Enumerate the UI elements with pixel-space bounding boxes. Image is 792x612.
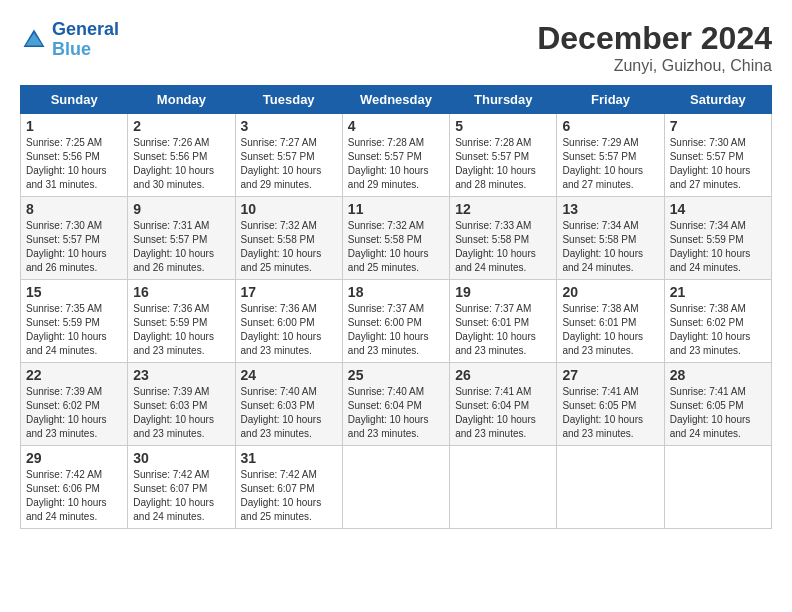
logo-icon: [20, 26, 48, 54]
calendar-week-row: 8Sunrise: 7:30 AMSunset: 5:57 PMDaylight…: [21, 197, 772, 280]
calendar-week-row: 15Sunrise: 7:35 AMSunset: 5:59 PMDayligh…: [21, 280, 772, 363]
day-info: Sunrise: 7:39 AMSunset: 6:03 PMDaylight:…: [133, 385, 229, 441]
day-number: 23: [133, 367, 229, 383]
day-info: Sunrise: 7:32 AMSunset: 5:58 PMDaylight:…: [241, 219, 337, 275]
column-header-tuesday: Tuesday: [235, 86, 342, 114]
column-header-monday: Monday: [128, 86, 235, 114]
day-info: Sunrise: 7:38 AMSunset: 6:02 PMDaylight:…: [670, 302, 766, 358]
calendar-cell: [664, 446, 771, 529]
day-info: Sunrise: 7:42 AMSunset: 6:07 PMDaylight:…: [133, 468, 229, 524]
day-number: 27: [562, 367, 658, 383]
calendar-cell: 29Sunrise: 7:42 AMSunset: 6:06 PMDayligh…: [21, 446, 128, 529]
day-number: 8: [26, 201, 122, 217]
day-number: 11: [348, 201, 444, 217]
day-number: 15: [26, 284, 122, 300]
calendar-header-row: SundayMondayTuesdayWednesdayThursdayFrid…: [21, 86, 772, 114]
calendar-table: SundayMondayTuesdayWednesdayThursdayFrid…: [20, 85, 772, 529]
calendar-cell: 9Sunrise: 7:31 AMSunset: 5:57 PMDaylight…: [128, 197, 235, 280]
calendar-cell: 8Sunrise: 7:30 AMSunset: 5:57 PMDaylight…: [21, 197, 128, 280]
column-header-wednesday: Wednesday: [342, 86, 449, 114]
column-header-saturday: Saturday: [664, 86, 771, 114]
calendar-cell: 11Sunrise: 7:32 AMSunset: 5:58 PMDayligh…: [342, 197, 449, 280]
day-info: Sunrise: 7:40 AMSunset: 6:03 PMDaylight:…: [241, 385, 337, 441]
day-info: Sunrise: 7:36 AMSunset: 5:59 PMDaylight:…: [133, 302, 229, 358]
day-info: Sunrise: 7:34 AMSunset: 5:59 PMDaylight:…: [670, 219, 766, 275]
calendar-cell: 20Sunrise: 7:38 AMSunset: 6:01 PMDayligh…: [557, 280, 664, 363]
day-info: Sunrise: 7:29 AMSunset: 5:57 PMDaylight:…: [562, 136, 658, 192]
month-title: December 2024: [537, 20, 772, 57]
calendar-cell: 18Sunrise: 7:37 AMSunset: 6:00 PMDayligh…: [342, 280, 449, 363]
day-number: 28: [670, 367, 766, 383]
day-info: Sunrise: 7:38 AMSunset: 6:01 PMDaylight:…: [562, 302, 658, 358]
calendar-cell: 17Sunrise: 7:36 AMSunset: 6:00 PMDayligh…: [235, 280, 342, 363]
calendar-cell: 25Sunrise: 7:40 AMSunset: 6:04 PMDayligh…: [342, 363, 449, 446]
day-info: Sunrise: 7:37 AMSunset: 6:01 PMDaylight:…: [455, 302, 551, 358]
calendar-cell: 22Sunrise: 7:39 AMSunset: 6:02 PMDayligh…: [21, 363, 128, 446]
calendar-cell: 6Sunrise: 7:29 AMSunset: 5:57 PMDaylight…: [557, 114, 664, 197]
day-info: Sunrise: 7:42 AMSunset: 6:07 PMDaylight:…: [241, 468, 337, 524]
calendar-cell: [342, 446, 449, 529]
day-number: 4: [348, 118, 444, 134]
calendar-cell: 27Sunrise: 7:41 AMSunset: 6:05 PMDayligh…: [557, 363, 664, 446]
day-number: 17: [241, 284, 337, 300]
day-number: 1: [26, 118, 122, 134]
calendar-cell: 7Sunrise: 7:30 AMSunset: 5:57 PMDaylight…: [664, 114, 771, 197]
day-info: Sunrise: 7:40 AMSunset: 6:04 PMDaylight:…: [348, 385, 444, 441]
day-info: Sunrise: 7:33 AMSunset: 5:58 PMDaylight:…: [455, 219, 551, 275]
day-info: Sunrise: 7:30 AMSunset: 5:57 PMDaylight:…: [26, 219, 122, 275]
day-info: Sunrise: 7:37 AMSunset: 6:00 PMDaylight:…: [348, 302, 444, 358]
logo: General Blue: [20, 20, 119, 60]
calendar-cell: 30Sunrise: 7:42 AMSunset: 6:07 PMDayligh…: [128, 446, 235, 529]
page-header: General Blue December 2024 Zunyi, Guizho…: [20, 20, 772, 75]
day-info: Sunrise: 7:28 AMSunset: 5:57 PMDaylight:…: [348, 136, 444, 192]
day-info: Sunrise: 7:35 AMSunset: 5:59 PMDaylight:…: [26, 302, 122, 358]
day-info: Sunrise: 7:36 AMSunset: 6:00 PMDaylight:…: [241, 302, 337, 358]
day-number: 6: [562, 118, 658, 134]
column-header-thursday: Thursday: [450, 86, 557, 114]
calendar-cell: 31Sunrise: 7:42 AMSunset: 6:07 PMDayligh…: [235, 446, 342, 529]
calendar-cell: 24Sunrise: 7:40 AMSunset: 6:03 PMDayligh…: [235, 363, 342, 446]
day-info: Sunrise: 7:42 AMSunset: 6:06 PMDaylight:…: [26, 468, 122, 524]
day-info: Sunrise: 7:39 AMSunset: 6:02 PMDaylight:…: [26, 385, 122, 441]
logo-text: General Blue: [52, 20, 119, 60]
day-number: 20: [562, 284, 658, 300]
column-header-sunday: Sunday: [21, 86, 128, 114]
day-info: Sunrise: 7:41 AMSunset: 6:05 PMDaylight:…: [670, 385, 766, 441]
day-number: 13: [562, 201, 658, 217]
calendar-cell: 16Sunrise: 7:36 AMSunset: 5:59 PMDayligh…: [128, 280, 235, 363]
calendar-week-row: 1Sunrise: 7:25 AMSunset: 5:56 PMDaylight…: [21, 114, 772, 197]
calendar-cell: 13Sunrise: 7:34 AMSunset: 5:58 PMDayligh…: [557, 197, 664, 280]
day-info: Sunrise: 7:25 AMSunset: 5:56 PMDaylight:…: [26, 136, 122, 192]
day-number: 24: [241, 367, 337, 383]
calendar-cell: 10Sunrise: 7:32 AMSunset: 5:58 PMDayligh…: [235, 197, 342, 280]
day-info: Sunrise: 7:28 AMSunset: 5:57 PMDaylight:…: [455, 136, 551, 192]
day-number: 21: [670, 284, 766, 300]
location: Zunyi, Guizhou, China: [537, 57, 772, 75]
day-number: 26: [455, 367, 551, 383]
day-info: Sunrise: 7:30 AMSunset: 5:57 PMDaylight:…: [670, 136, 766, 192]
day-number: 19: [455, 284, 551, 300]
day-info: Sunrise: 7:31 AMSunset: 5:57 PMDaylight:…: [133, 219, 229, 275]
calendar-cell: 23Sunrise: 7:39 AMSunset: 6:03 PMDayligh…: [128, 363, 235, 446]
day-info: Sunrise: 7:41 AMSunset: 6:05 PMDaylight:…: [562, 385, 658, 441]
day-number: 31: [241, 450, 337, 466]
day-number: 3: [241, 118, 337, 134]
calendar-cell: 26Sunrise: 7:41 AMSunset: 6:04 PMDayligh…: [450, 363, 557, 446]
day-info: Sunrise: 7:27 AMSunset: 5:57 PMDaylight:…: [241, 136, 337, 192]
calendar-week-row: 22Sunrise: 7:39 AMSunset: 6:02 PMDayligh…: [21, 363, 772, 446]
calendar-cell: 21Sunrise: 7:38 AMSunset: 6:02 PMDayligh…: [664, 280, 771, 363]
calendar-cell: 12Sunrise: 7:33 AMSunset: 5:58 PMDayligh…: [450, 197, 557, 280]
day-number: 10: [241, 201, 337, 217]
day-number: 2: [133, 118, 229, 134]
calendar-week-row: 29Sunrise: 7:42 AMSunset: 6:06 PMDayligh…: [21, 446, 772, 529]
calendar-cell: 19Sunrise: 7:37 AMSunset: 6:01 PMDayligh…: [450, 280, 557, 363]
calendar-cell: [557, 446, 664, 529]
calendar-cell: 3Sunrise: 7:27 AMSunset: 5:57 PMDaylight…: [235, 114, 342, 197]
title-block: December 2024 Zunyi, Guizhou, China: [537, 20, 772, 75]
day-number: 22: [26, 367, 122, 383]
day-number: 16: [133, 284, 229, 300]
day-number: 7: [670, 118, 766, 134]
calendar-cell: 4Sunrise: 7:28 AMSunset: 5:57 PMDaylight…: [342, 114, 449, 197]
day-number: 14: [670, 201, 766, 217]
calendar-cell: 15Sunrise: 7:35 AMSunset: 5:59 PMDayligh…: [21, 280, 128, 363]
